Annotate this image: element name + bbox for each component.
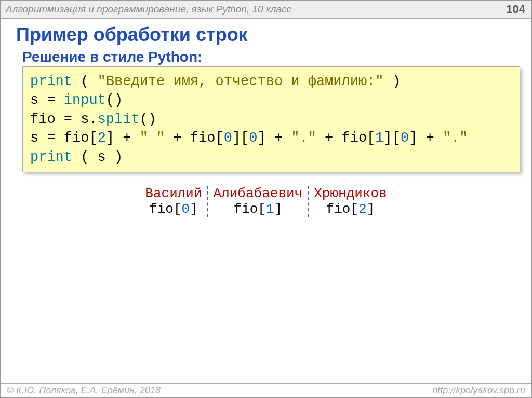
code-line-1: print ( "Введите имя, отчество и фамилию… — [30, 72, 512, 91]
string-literal: "Введите имя, отчество и фамилию:" — [98, 74, 384, 89]
source-url: http://kpolyakov.spb.ru — [432, 385, 525, 396]
example-breakdown: Василий fio[0] Алибабаевич fio[1] Хрюнди… — [1, 186, 531, 217]
copyright: © К.Ю. Поляков, Е.А. Ерёмин, 2018 — [7, 385, 161, 396]
slide-header: Алгоритмизация и программирование, язык … — [1, 1, 531, 19]
example-col-1: Алибабаевич fio[1] — [208, 186, 309, 217]
code-line-4: s = fio[2] + " " + fio[0][0] + "." + fio… — [30, 129, 512, 147]
kw-input: input — [64, 92, 106, 108]
example-col-0: Василий fio[0] — [140, 186, 208, 217]
page-number: 104 — [506, 3, 525, 16]
example-word: Василий — [145, 186, 202, 201]
example-col-2: Хрюндиков fio[2] — [309, 186, 392, 217]
kw-print: print — [30, 74, 72, 89]
kw-print: print — [30, 149, 72, 165]
section-subtitle: Решение в стиле Python: — [22, 49, 531, 65]
kw-split: split — [98, 112, 140, 127]
example-word: Хрюндиков — [314, 186, 387, 201]
course-title: Алгоритмизация и программирование, язык … — [6, 4, 291, 15]
example-word: Алибабаевич — [214, 186, 303, 201]
code-line-2: s = input() — [30, 91, 512, 109]
slide-footer: © К.Ю. Поляков, Е.А. Ерёмин, 2018 http:/… — [1, 383, 531, 397]
code-block: print ( "Введите имя, отчество и фамилию… — [22, 66, 520, 172]
example-ref: fio[1] — [234, 201, 283, 217]
code-line-5: print ( s ) — [30, 148, 512, 167]
code-line-3: fio = s.split() — [30, 110, 512, 129]
example-ref: fio[0] — [149, 201, 198, 217]
example-ref: fio[2] — [326, 201, 375, 217]
page-title: Пример обработки строк — [16, 24, 531, 46]
